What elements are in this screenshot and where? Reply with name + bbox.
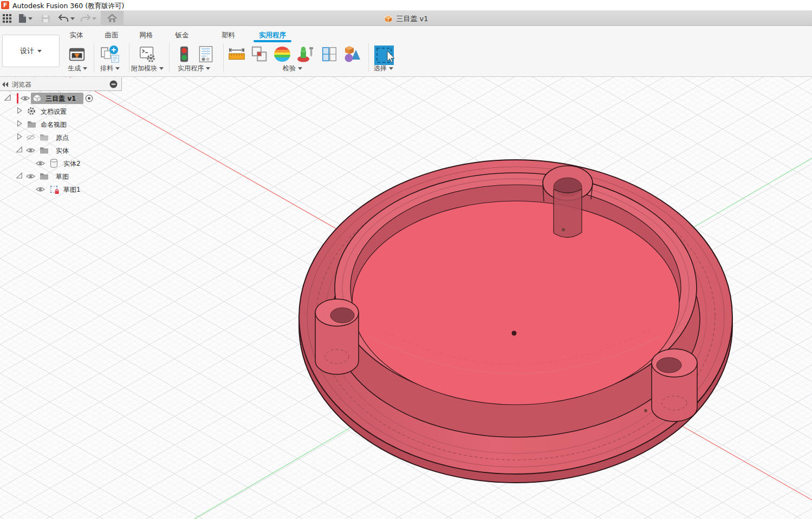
activate-radio-icon[interactable]	[85, 94, 93, 102]
redo-icon	[80, 14, 91, 23]
tree-row-named-views[interactable]: 命名视图	[0, 119, 125, 131]
curvature-map-icon	[272, 44, 292, 64]
component-cube-icon	[384, 15, 392, 23]
origin-point[interactable]	[512, 331, 517, 336]
eye-visible-icon[interactable]	[26, 173, 35, 180]
document-tab[interactable]: 三目盖 v1	[384, 13, 428, 25]
file-menu-button[interactable]	[16, 12, 29, 24]
group-label-select[interactable]: 选择	[364, 64, 403, 73]
select-button[interactable]	[373, 44, 395, 66]
parameters-table-button[interactable]	[196, 44, 216, 64]
tree-label[interactable]: 实体	[56, 146, 69, 155]
waffle-grid-icon	[2, 14, 12, 23]
window-title: Autodesk Fusion 360 (教育版许可)	[12, 2, 124, 11]
eye-visible-icon[interactable]	[36, 186, 45, 193]
collapse-panel-icon[interactable]	[2, 82, 9, 87]
expand-triangle-icon[interactable]	[3, 93, 12, 102]
tree-row-sketch1[interactable]: 草图1	[0, 184, 125, 196]
workspace-caret-icon	[37, 50, 42, 53]
scripts-addins-icon	[138, 45, 157, 63]
tree-label[interactable]: 实体2	[63, 159, 81, 168]
undo-button[interactable]	[57, 12, 70, 24]
make-3d-print-button[interactable]	[67, 44, 87, 64]
group-label-inspect[interactable]: 检验	[271, 64, 314, 73]
dropdown-caret-icon	[298, 67, 302, 70]
group-separator	[223, 43, 224, 72]
group-label-addins[interactable]: 附加模块	[122, 64, 172, 73]
collapsed-triangle-icon[interactable]	[15, 119, 23, 128]
app-launcher-button[interactable]	[1, 12, 14, 24]
minimize-browser-button[interactable]	[109, 80, 118, 88]
table-icon	[197, 44, 215, 64]
tab-utilities[interactable]: 实用程序	[254, 30, 291, 40]
fusion-logo-icon: F	[1, 1, 9, 9]
active-tab-underline	[254, 40, 291, 42]
folder-icon	[40, 146, 49, 154]
eye-hidden-icon[interactable]	[26, 134, 35, 141]
tab-mesh[interactable]: 网格	[136, 30, 157, 40]
measure-button[interactable]	[227, 44, 246, 64]
measure-ruler-icon	[227, 45, 246, 63]
tree-row-bodies[interactable]: 实体	[0, 145, 125, 157]
expand-triangle-icon[interactable]	[15, 171, 23, 180]
browser-title: 浏览器	[12, 80, 31, 89]
component-shapes-icon	[342, 44, 362, 64]
3d-printer-icon	[68, 45, 86, 63]
tree-label[interactable]: 文档设置	[41, 107, 67, 116]
expand-triangle-icon[interactable]	[15, 145, 23, 154]
model-body[interactable]	[299, 160, 732, 483]
home-icon	[107, 14, 118, 23]
section-analysis-button[interactable]	[296, 44, 315, 64]
addins-button[interactable]	[138, 44, 157, 64]
interference-button[interactable]	[250, 44, 269, 64]
tab-surface[interactable]: 曲面	[101, 30, 122, 40]
active-component-bar	[17, 93, 18, 103]
draft-analysis-icon	[296, 44, 315, 64]
collapsed-triangle-icon[interactable]	[15, 132, 23, 141]
eye-visible-icon[interactable]	[26, 147, 35, 154]
traffic-light-icon	[176, 44, 193, 64]
tree-row-document-settings[interactable]: 文档设置	[0, 106, 125, 118]
tree-row-sketches[interactable]: 草图	[0, 171, 125, 183]
model-tab-left[interactable]	[315, 299, 359, 374]
eye-visible-icon[interactable]	[36, 160, 45, 167]
tree-row-origin[interactable]: 原点	[0, 132, 125, 144]
tab-plastic[interactable]: 塑料	[218, 30, 238, 40]
file-dropdown-caret-icon[interactable]	[28, 17, 33, 20]
process-status-button[interactable]	[174, 44, 194, 64]
arrange-button[interactable]	[99, 44, 122, 64]
arrange-icon	[100, 44, 121, 64]
home-view-button[interactable]	[101, 11, 124, 26]
model-floor[interactable]	[352, 201, 679, 405]
tree-row-body2[interactable]: 实体2	[0, 158, 125, 170]
ribbon: 设计 实体 曲面 网格 钣金 塑料 实用程序 生成 排料	[0, 26, 812, 77]
curvature-analysis-button[interactable]	[272, 44, 292, 64]
tree-row-root[interactable]: 三目盖 v1	[0, 93, 125, 105]
browser-header: 浏览器	[0, 77, 122, 91]
model-tab-bottom-right[interactable]	[652, 349, 697, 421]
save-icon	[41, 14, 50, 23]
workspace-selector[interactable]: 设计	[2, 35, 60, 67]
redo-button[interactable]	[79, 12, 92, 24]
tree-label-root[interactable]: 三目盖 v1	[46, 94, 76, 103]
folder-icon	[40, 172, 49, 180]
tree-label[interactable]: 原点	[56, 133, 69, 142]
save-button[interactable]	[39, 12, 52, 24]
tree-label[interactable]: 草图	[56, 172, 69, 181]
tree-label[interactable]: 命名视图	[41, 120, 67, 129]
eye-visible-icon[interactable]	[21, 95, 30, 102]
workspace-label: 设计	[20, 46, 34, 56]
dropdown-caret-icon	[83, 67, 87, 70]
dropdown-caret-icon	[206, 67, 210, 70]
group-label-utilities[interactable]: 实用程序	[169, 64, 219, 73]
undo-dropdown-caret-icon[interactable]	[70, 17, 75, 20]
tree-label[interactable]: 草图1	[63, 185, 81, 194]
display-shapes-button[interactable]	[342, 44, 362, 64]
redo-dropdown-caret-icon[interactable]	[92, 17, 96, 20]
tab-solid[interactable]: 实体	[66, 30, 87, 40]
dropdown-caret-icon	[115, 67, 120, 70]
section-view-button[interactable]	[320, 44, 339, 64]
collapsed-triangle-icon[interactable]	[15, 106, 23, 115]
sketch-locked-icon	[50, 185, 60, 194]
tab-sheetmetal[interactable]: 钣金	[172, 30, 192, 40]
